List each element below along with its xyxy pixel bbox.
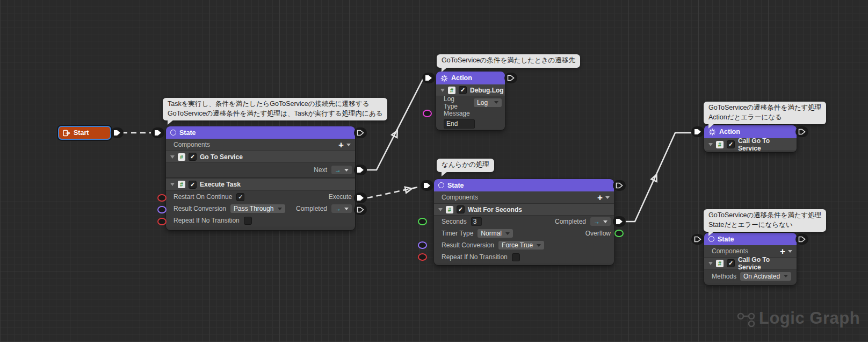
plus-icon: + [338, 140, 344, 149]
state2-completed-out-port[interactable] [613, 216, 626, 227]
repeat-if-no-transition-checkbox[interactable] [244, 217, 252, 225]
state1-next-out-port[interactable] [354, 165, 367, 175]
action1-header: Action [436, 72, 505, 84]
start-node-title: Start [74, 129, 89, 137]
start-out-port[interactable] [111, 127, 124, 138]
timer-type-dropdown[interactable]: Normal [478, 229, 513, 238]
state1-execute-out-port[interactable] [354, 193, 367, 203]
action1-node[interactable]: Action # ✓ Debug.Log Log Type Log Messag… [436, 72, 505, 130]
wait-for-seconds-name: Wait For Seconds [468, 206, 522, 213]
foldout-icon[interactable] [708, 143, 713, 146]
seconds-label: Seconds [442, 218, 467, 225]
timer-type-row: Timer Type Normal Overflow [434, 227, 614, 239]
state2-header-out-port[interactable] [613, 180, 626, 191]
action2-in-port[interactable] [691, 126, 704, 137]
debug-log-name: Debug.Log [470, 87, 504, 94]
state3-out-port[interactable] [795, 234, 808, 245]
components-label: Components [173, 141, 210, 148]
overflow-label: Overflow [585, 230, 611, 237]
edge-next-to-action1[interactable] [367, 79, 423, 170]
call-goto-service-component-header[interactable]: # ✓ Call Go To Service [704, 138, 797, 151]
edge-completed-to-action2[interactable] [625, 133, 691, 222]
execute-task-enabled-checkbox[interactable]: ✓ [189, 181, 197, 189]
action1-message-port[interactable] [423, 110, 432, 117]
state1-result-port[interactable] [157, 206, 167, 213]
message-input[interactable] [444, 119, 475, 129]
add-component-button[interactable]: + [780, 247, 793, 256]
action2-title: Action [719, 128, 740, 136]
state1-node[interactable]: State Components + # ✓ Go To Service Nex… [166, 126, 355, 230]
completed-transition-dropdown[interactable]: → [331, 204, 352, 213]
call-goto-service-enabled-checkbox[interactable]: ✓ [727, 140, 735, 148]
restart-on-continue-checkbox[interactable]: ✓ [236, 193, 244, 201]
foldout-icon[interactable] [438, 208, 443, 211]
completed-label: Completed [555, 218, 586, 225]
message-field-row [436, 118, 505, 129]
graph-canvas[interactable]: Logic Graph Start State Components + [0, 0, 868, 342]
state2-overflow-port[interactable] [614, 230, 624, 237]
wait-for-seconds-component-header[interactable]: # ✓ Wait For Seconds [434, 204, 614, 216]
goto-service-component-header[interactable]: # ✓ Go To Service [166, 151, 355, 163]
state2-repeat-port[interactable] [418, 253, 427, 261]
repeat-if-no-transition-label: Repeat If No Transition [173, 217, 240, 224]
log-type-dropdown[interactable]: Log [474, 98, 502, 107]
repeat-if-no-transition-checkbox[interactable] [512, 253, 520, 261]
comment-task-note: Taskを実行し、条件を満たしたらGoToServiceの接続先に遷移する Go… [163, 98, 387, 120]
foldout-icon[interactable] [440, 89, 445, 92]
result-conversion-dropdown[interactable]: Force True [498, 241, 544, 250]
script-icon: # [716, 141, 724, 148]
log-type-value: Log [477, 99, 488, 106]
call-goto-service-enabled-checkbox[interactable]: ✓ [727, 259, 735, 267]
state1-header-out-port[interactable] [354, 127, 367, 138]
chevron-down-icon [344, 169, 349, 172]
next-transition-dropdown[interactable]: → [331, 166, 352, 174]
call-goto-service-component-header[interactable]: # ✓ Call Go To Service [704, 258, 797, 269]
state1-restart-port[interactable] [157, 194, 167, 202]
state1-components-row: Components + [166, 139, 355, 151]
state3-node[interactable]: State Components + # ✓ Call Go To Servic… [704, 233, 797, 285]
state-icon [708, 236, 714, 242]
foldout-icon[interactable] [170, 155, 175, 159]
execute-task-component-header[interactable]: # ✓ Execute Task [166, 179, 355, 191]
state1-completed-out-port[interactable] [354, 204, 367, 215]
state2-seconds-port[interactable] [418, 218, 427, 225]
foldout-icon[interactable] [170, 183, 175, 186]
comment-line: Taskを実行し、条件を満たしたらGoToServiceの接続先に遷移する [168, 99, 382, 109]
foldout-icon[interactable] [708, 262, 713, 265]
result-conversion-dropdown[interactable]: Pass Through [230, 204, 285, 213]
execute-label: Execute [329, 193, 352, 201]
timer-type-value: Normal [481, 230, 502, 237]
transition-arrow-icon: → [335, 166, 341, 174]
seconds-input[interactable] [471, 217, 482, 226]
state1-repeat-port[interactable] [157, 218, 167, 225]
add-component-button[interactable]: + [597, 193, 611, 202]
debug-log-enabled-checkbox[interactable]: ✓ [459, 86, 467, 94]
completed-transition-dropdown[interactable]: → [590, 217, 611, 226]
plus-icon: + [597, 193, 603, 202]
action1-out-port[interactable] [504, 73, 517, 83]
goto-service-enabled-checkbox[interactable]: ✓ [189, 153, 197, 161]
action2-out-port[interactable] [795, 126, 808, 137]
start-node[interactable]: Start [58, 126, 111, 140]
comment-line: GoToServiceの遷移条件を満たす処理 [708, 103, 821, 113]
methods-dropdown[interactable]: On Activated [740, 272, 791, 281]
chevron-down-icon [346, 144, 351, 146]
comment-line: GoToServiceの遷移条件を満たす処理 [708, 211, 821, 220]
chevron-down-icon [278, 208, 282, 210]
result-conversion-value: Pass Through [234, 205, 274, 212]
state2-in-port[interactable] [421, 180, 433, 191]
chevron-down-icon [344, 208, 349, 210]
state1-in-port[interactable] [151, 127, 164, 138]
state2-result-port[interactable] [418, 241, 427, 249]
state2-components-row: Components + [434, 191, 614, 204]
result-conversion-value: Force True [502, 241, 533, 249]
wait-for-seconds-enabled-checkbox[interactable]: ✓ [457, 205, 465, 213]
action2-node[interactable]: Action # ✓ Call Go To Service [704, 125, 797, 152]
action1-in-port[interactable] [422, 73, 435, 83]
state2-node[interactable]: State Components + # ✓ Wait For Seconds … [434, 179, 614, 265]
add-component-button[interactable]: + [338, 140, 352, 149]
result-conversion-label: Result Conversion [442, 241, 494, 249]
log-type-label: Log Type [444, 95, 470, 110]
timer-type-label: Timer Type [442, 230, 473, 237]
state3-in-port[interactable] [691, 234, 704, 245]
